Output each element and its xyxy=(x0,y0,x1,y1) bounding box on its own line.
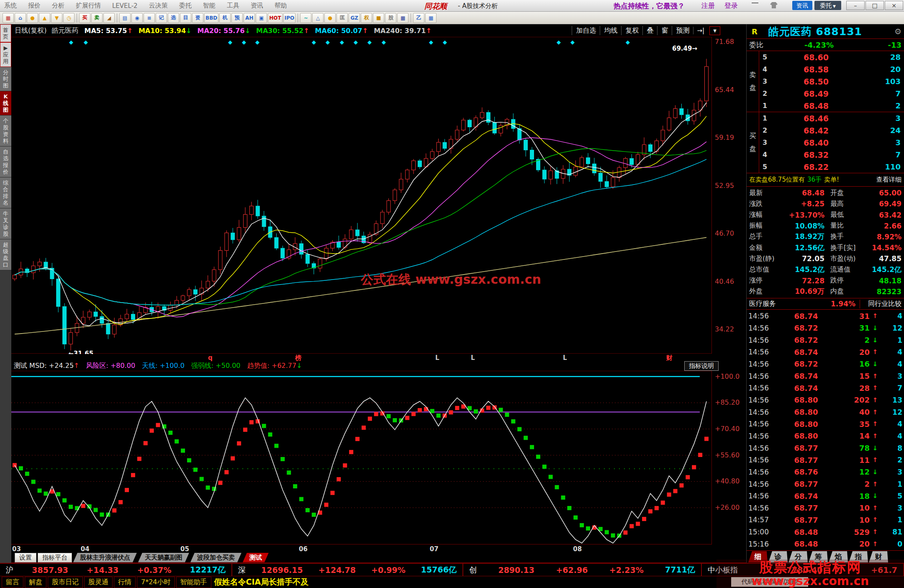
sidebar-item-应用[interactable]: ▶应用 xyxy=(0,42,11,67)
home-icon[interactable]: ⌂ xyxy=(15,13,26,23)
status-link-股市日记[interactable]: 股市日记 xyxy=(48,577,83,588)
tape-row-1[interactable]: 14:5668.7231↓12 xyxy=(748,322,902,334)
sector-name[interactable]: 医疗服务 xyxy=(749,300,822,308)
tape-row-10[interactable]: 14:5668.8014↑4 xyxy=(748,430,902,442)
tape-row-12[interactable]: 14:5668.7711↑2 xyxy=(748,454,902,466)
sell-row-1[interactable]: 168.482 xyxy=(759,100,904,112)
status-link-智能助手[interactable]: 智能助手 xyxy=(176,577,211,588)
close-button[interactable]: × xyxy=(885,1,903,10)
indicator-help-button[interactable]: 指标说明 xyxy=(684,361,719,371)
sidebar-item-超级盘口[interactable]: 超级盘口 xyxy=(0,239,11,270)
tape-row-6[interactable]: 14:5668.7428↑7 xyxy=(748,382,902,394)
tape-row-15[interactable]: 14:5668.7418↓5 xyxy=(748,490,902,502)
minimize-button[interactable]: – xyxy=(846,1,865,10)
menu-item-扩展行情[interactable]: 扩展行情 xyxy=(76,2,101,10)
clock-icon[interactable]: ◷ xyxy=(63,13,74,23)
ball-icon[interactable]: ● xyxy=(324,13,336,23)
header-button-窗[interactable]: 窗 xyxy=(657,26,672,35)
view-detail-link[interactable]: 查看详细 xyxy=(876,176,901,184)
tape-row-19[interactable]: 15:1668.4820↑0 xyxy=(748,538,902,550)
tape-row-11[interactable]: 14:5668.7778↓8 xyxy=(748,442,902,454)
register-link[interactable]: 注册 xyxy=(701,2,715,10)
tape-row-2[interactable]: 14:5668.722↓1 xyxy=(748,334,902,346)
tape-row-13[interactable]: 14:5668.7612↓3 xyxy=(748,466,902,478)
buy-row-5[interactable]: 568.22110 xyxy=(759,161,904,173)
tape-row-18[interactable]: 15:0068.48529↑81 xyxy=(748,526,902,538)
tape-row-5[interactable]: 14:5668.7415↑3 xyxy=(748,370,902,382)
indicator-plot[interactable] xyxy=(11,371,711,544)
ipo-icon[interactable]: IPO xyxy=(283,13,295,23)
sell-row-3[interactable]: 368.50103 xyxy=(759,75,904,87)
header-button-复权[interactable]: 复权 xyxy=(621,26,642,35)
us-flag-icon[interactable]: ▦ xyxy=(397,13,408,23)
wave-icon[interactable]: ~ xyxy=(300,13,311,23)
status-link-7*24小时[interactable]: 7*24小时 xyxy=(137,577,175,588)
grid-icon[interactable]: ▦ xyxy=(425,13,437,23)
message-icon[interactable]: ● xyxy=(27,13,38,23)
status-link-股灵通[interactable]: 股灵通 xyxy=(84,577,113,588)
bottom-tab-测试[interactable]: 测试 xyxy=(243,553,269,562)
buy-row-1[interactable]: 168.463 xyxy=(759,112,904,124)
funds-icon[interactable]: 资 xyxy=(192,13,203,23)
tape-row-7[interactable]: 14:5668.80202↑13 xyxy=(748,394,902,406)
buy-row-3[interactable]: 368.403 xyxy=(759,136,904,149)
header-button-叠[interactable]: 叠 xyxy=(642,26,657,35)
ah-icon[interactable]: AH xyxy=(244,13,255,23)
skin-icon[interactable] xyxy=(770,2,778,8)
tape-row-16[interactable]: 14:5668.7710↑3 xyxy=(748,502,902,514)
menu-item-系统[interactable]: 系统 xyxy=(4,2,17,10)
status-link-解盘[interactable]: 解盘 xyxy=(25,577,46,588)
buy-icon[interactable]: 买 xyxy=(79,13,90,23)
status-link-行情[interactable]: 行情 xyxy=(114,577,136,588)
sidebar-item-自选报价[interactable]: 自选报价 xyxy=(0,146,11,177)
next-period-icon[interactable]: →| xyxy=(693,27,708,34)
forecast-icon[interactable]: 预 xyxy=(231,13,243,23)
sell-row-2[interactable]: 268.497 xyxy=(759,87,904,100)
kuang-icon[interactable]: 匡 xyxy=(336,13,348,23)
notification-bell-icon[interactable] xyxy=(752,2,760,9)
period-dropdown-icon[interactable]: ▼ xyxy=(709,26,720,35)
menu-item-资讯[interactable]: 资讯 xyxy=(251,2,263,10)
menu-item-分析[interactable]: 分析 xyxy=(52,2,64,10)
sidebar-item-分时图[interactable]: 分时图 xyxy=(0,67,11,91)
menu-item-智能[interactable]: 智能 xyxy=(203,2,216,10)
menu-item-报价[interactable]: 报价 xyxy=(28,2,41,10)
bottom-tab-设置[interactable]: 设置 xyxy=(15,553,36,562)
tape-row-9[interactable]: 14:5668.8035↑4 xyxy=(748,418,902,430)
tape-row-14[interactable]: 14:5668.772↑1 xyxy=(748,478,902,490)
terminal-icon[interactable]: ▣ xyxy=(256,13,267,23)
status-link-留言[interactable]: 留言 xyxy=(2,577,23,588)
login-link[interactable]: 登录 xyxy=(724,2,738,10)
tape-row-8[interactable]: 14:5668.8040↑12 xyxy=(748,406,902,418)
tape-list[interactable]: 14:5668.7431↑414:5668.7231↓1214:5668.722… xyxy=(747,310,904,550)
bottom-tab-波段加仓买卖[interactable]: 波段加仓买卖 xyxy=(190,553,241,562)
news-button[interactable]: 资讯 xyxy=(792,1,812,10)
sidebar-item-首页[interactable]: 首页 xyxy=(0,24,11,42)
gear-icon[interactable]: ⚙ xyxy=(894,27,901,36)
buy-row-4[interactable]: 468.327 xyxy=(759,149,904,161)
tape-row-4[interactable]: 14:5668.7216↓4 xyxy=(748,358,902,370)
sell-row-4[interactable]: 468.5820 xyxy=(759,63,904,75)
promo-link[interactable]: 热点持续性，它最强？ xyxy=(614,1,685,11)
select-icon[interactable]: 选 xyxy=(168,13,179,23)
index-segment-创[interactable]: 创2890.13+62.96+2.23%7711亿 xyxy=(463,564,702,576)
edit-icon[interactable]: 记 xyxy=(156,13,167,23)
stock-icon[interactable]: 股 xyxy=(385,13,396,23)
machine-icon[interactable]: 机 xyxy=(219,13,231,23)
list-icon[interactable]: ≡ xyxy=(144,13,155,23)
bottom-tab-指标平台[interactable]: 指标平台 xyxy=(38,553,72,562)
trend-icon[interactable]: △ xyxy=(312,13,324,23)
bottom-tab-天天躺赢副图[interactable]: 天天躺赢副图 xyxy=(138,553,189,562)
menu-item-帮助[interactable]: 帮助 xyxy=(275,2,287,10)
sidebar-item-综合排名[interactable]: 综合排名 xyxy=(0,177,11,208)
sell-row-5[interactable]: 568.6028 xyxy=(759,51,904,63)
kline-plot[interactable]: ◆◆◆◆◆◆◆◆◆◆◆◆◆◆◆◆69.49→←31.65 xyxy=(11,37,711,354)
rights-icon[interactable]: 权 xyxy=(361,13,372,23)
menu-item-委托[interactable]: 委托 xyxy=(179,2,192,10)
palette-icon[interactable]: ▦ xyxy=(3,13,14,23)
arrow-down-icon[interactable]: ▼ xyxy=(51,13,62,23)
sell-icon[interactable]: 卖 xyxy=(91,13,103,23)
tape-row-0[interactable]: 14:5668.7431↑4 xyxy=(748,310,902,322)
info-icon[interactable]: ◉ xyxy=(131,13,143,23)
buy-row-2[interactable]: 268.4224 xyxy=(759,124,904,136)
